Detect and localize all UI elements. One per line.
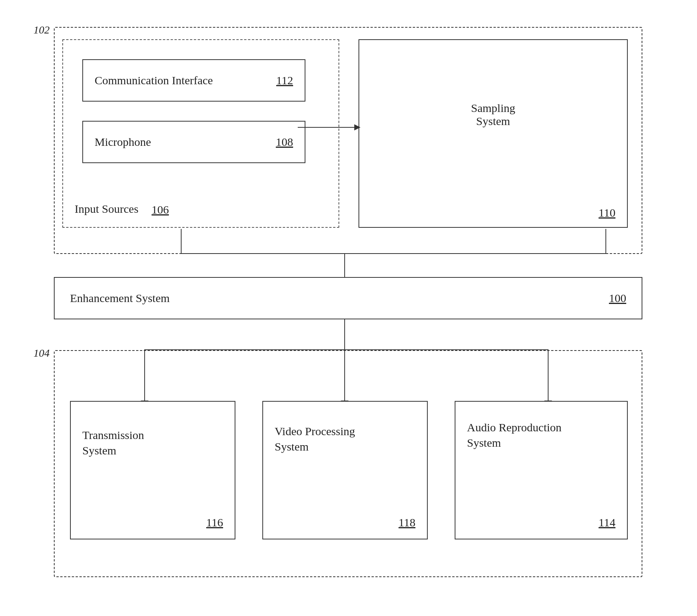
transmission-system-label-line2: System bbox=[82, 444, 116, 457]
box-input-sources: Communication Interface 112 Microphone 1… bbox=[62, 39, 339, 228]
audio-reproduction-label-line2: System bbox=[467, 436, 501, 449]
sampling-system-number: 110 bbox=[599, 206, 615, 219]
communication-interface-label: Communication Interface bbox=[95, 74, 213, 87]
input-sources-number: 106 bbox=[152, 203, 169, 216]
box-microphone: Microphone 108 bbox=[82, 121, 305, 163]
connector-vertical-center bbox=[344, 253, 345, 278]
transmission-system-number: 116 bbox=[206, 516, 223, 529]
box-video-processing-system: Video Processing System 118 bbox=[262, 401, 428, 539]
microphone-label: Microphone bbox=[95, 135, 151, 149]
audio-reproduction-number: 114 bbox=[599, 516, 615, 529]
label-102: 102 bbox=[33, 24, 50, 36]
container-102: 102 Communication Interface 112 Micropho… bbox=[54, 27, 642, 254]
arrow-enhancement-to-split bbox=[344, 319, 345, 350]
enhancement-system-number: 100 bbox=[609, 292, 626, 305]
video-processing-label-line1: Video Processing bbox=[275, 425, 355, 438]
box-communication-interface: Communication Interface 112 bbox=[82, 59, 305, 102]
transmission-system-label-line1: Transmission bbox=[82, 429, 144, 442]
microphone-number: 108 bbox=[276, 135, 293, 149]
arrow-mic-to-sampling bbox=[298, 127, 360, 128]
communication-interface-number: 112 bbox=[276, 74, 293, 87]
connector-right bbox=[605, 229, 606, 254]
diagram: 102 Communication Interface 112 Micropho… bbox=[31, 15, 665, 604]
sampling-system-label: Sampling System bbox=[359, 102, 627, 128]
audio-reproduction-label-line1: Audio Reproduction bbox=[467, 421, 562, 434]
container-104: 104 Transmission System 116 Video Proces… bbox=[54, 350, 642, 577]
box-sampling-system: Sampling System 110 bbox=[359, 39, 628, 228]
box-enhancement-system: Enhancement System 100 bbox=[54, 277, 642, 319]
input-sources-label: Input Sources bbox=[75, 202, 138, 215]
enhancement-system-label: Enhancement System bbox=[70, 292, 170, 305]
video-processing-label-line2: System bbox=[275, 440, 308, 453]
label-104: 104 bbox=[33, 347, 50, 359]
box-transmission-system: Transmission System 116 bbox=[70, 401, 235, 539]
connector-left bbox=[181, 229, 182, 254]
box-audio-reproduction-system: Audio Reproduction System 114 bbox=[455, 401, 628, 539]
video-processing-number: 118 bbox=[399, 516, 415, 529]
connector-horizontal bbox=[181, 253, 606, 254]
